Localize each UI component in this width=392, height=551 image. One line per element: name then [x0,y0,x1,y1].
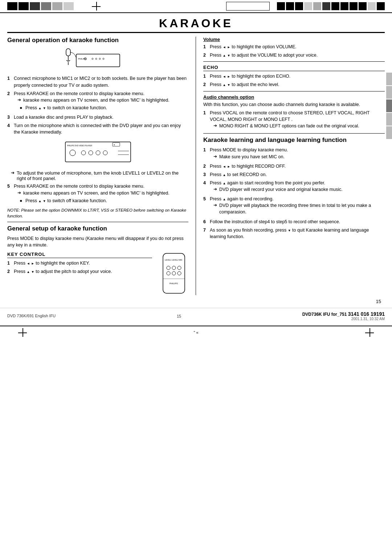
svg-point-28 [177,272,181,275]
header-box [226,2,270,11]
footer-right-text: DVD736K IFU for_751 3141 016 19191 [302,311,385,317]
step2-bullet: ● Press ▲ ▼ to switch on karaoke functio… [20,105,188,111]
tab-1 [386,73,392,85]
svg-rect-0 [76,54,120,67]
color-block-r2 [286,2,294,10]
learn-step-6: 6 Follow the instruction of step4 to ste… [203,219,385,225]
echo-step-1: 1 Press ◄ ► to highlight the option ECHO… [203,73,385,79]
learn-step-4: 4 Press ▲ again to start recording from … [203,180,385,194]
page-number-area: 15 [0,299,392,304]
microphone-device-illustration: PHILIPS [65,47,131,72]
learn-arrow-5: ➔ DVD player will playback the recording… [213,202,385,215]
step-2: 2 Press KARAOKE on the remote control to… [7,90,188,112]
color-block-r3 [295,2,303,10]
footer-right-sub: 2001.1.31, 10:32 AM [302,317,385,321]
volume-arrow: ➔ To adjust the volume of microphone, tu… [11,170,188,181]
color-block-r11 [368,2,376,10]
step-1: 1 Connect microphone to MIC1 or MIC2 or … [7,75,188,88]
color-block-2 [19,2,29,10]
section2-title: General setup of karaoke function [7,225,188,232]
color-block-r4 [304,2,312,10]
key-control-wrapper: KEY CONTROL 1 Press ◄ ► to highlight the… [7,252,188,295]
footer-center-area: 15 [177,313,181,319]
key-step-1: 1 Press ◄ ► to highlight the option KEY. [7,260,152,266]
audio-step-1: 1 Press VOCAL on the remote control to c… [203,110,385,130]
tab-4 [386,113,392,126]
svg-point-23 [167,266,170,270]
right-column: Volume 1 Press ◄ ► to highlight the opti… [196,37,385,295]
svg-point-18 [103,151,107,155]
svg-point-14 [70,150,75,156]
tab-5 [386,126,392,139]
separator-3 [203,91,385,91]
page-title-bar: KARAOKE [7,13,385,33]
crosshair-bottom-right [365,328,374,337]
svg-text:PHILIPS: PHILIPS [170,282,178,285]
page-number: 15 [376,299,381,304]
footer-left-text: DVD 736K/691 English IFU [7,314,56,318]
step5-arrow: ➔ karaoke menu appears on TV screen, and… [17,190,188,196]
learn-arrow-1: ➔ Make sure you have set MIC on. [213,154,385,160]
key-control-steps: 1 Press ◄ ► to highlight the option KEY.… [7,260,152,275]
karaoke-learning-section: Karaoke learning and language learning f… [203,136,385,240]
key-step-2: 2 Press ▲ ▼ to adjust the pitch to adopt… [7,268,152,275]
svg-point-24 [172,266,176,270]
left-column: General operation of karaoke function PH… [7,37,196,295]
svg-text:LEVEL1 LEVEL2 MIC: LEVEL1 LEVEL2 MIC [165,259,183,261]
learning-steps: 1 Press MODE to display karaoke menu. ➔ … [203,147,385,240]
footer: DVD 736K/691 English IFU 15 DVD736K IFU … [0,308,392,324]
key-control-label: KEY CONTROL [7,252,152,258]
svg-text:⏏: ⏏ [114,144,115,146]
color-block-r8 [340,2,348,10]
svg-point-15 [81,151,86,155]
step2-arrow: ➔ karaoke menu appears on TV screen, and… [17,97,188,103]
learn-step-3: 3 Press ▲ to set RECORD on. [203,171,385,178]
main-content: General operation of karaoke function PH… [7,33,385,295]
echo-steps: 1 Press ◄ ► to highlight the option ECHO… [203,73,385,88]
svg-point-25 [177,266,181,270]
step5-text: Press KARAOKE on the remote control to d… [14,184,144,189]
key-control-content: KEY CONTROL 1 Press ◄ ► to highlight the… [7,252,152,277]
separator-4 [203,133,385,134]
step-3: 3 Load a karaoke disc and press PLAY to … [7,114,188,121]
tab-2 [386,86,392,99]
color-block-r12 [377,2,385,10]
footer-center-num: 15 [177,314,181,318]
step-5: 5 Press KARAOKE on the remote control to… [7,183,188,205]
note-text: NOTE: Please set the option DOWNMIX to L… [7,207,188,219]
crosshair-bottom-left [18,328,27,337]
bottom-bar: " « [0,326,392,339]
svg-point-16 [89,151,93,155]
svg-point-26 [167,272,170,275]
section-general-setup: General setup of karaoke function Press … [7,225,188,295]
separator-1 [7,222,188,222]
audio-arrow: ➔ MONO RIGHT & MONO LEFT options can fad… [213,123,385,129]
svg-point-4 [95,58,97,60]
footer-quote: " « [38,330,354,335]
svg-rect-7 [66,49,70,56]
crosshair-top-left [92,2,101,11]
section1-steps: 1 Connect microphone to MIC1 or MIC2 or … [7,75,188,135]
color-block-1 [7,2,17,10]
tab-3 [386,99,392,112]
svg-text:PHILIPS DVD VIDEO PLAYER: PHILIPS DVD VIDEO PLAYER [67,144,92,147]
color-block-r1 [277,2,285,10]
header-bar [0,0,392,13]
svg-point-17 [96,151,100,155]
footer-right-area: DVD736K IFU for_751 3141 016 19191 2001.… [302,311,385,321]
remote-control-illustration: LEVEL1 LEVEL2 MIC PHILIPS [159,252,188,295]
color-block-5 [52,2,62,10]
audio-channels-title: Audio channels option [203,94,385,100]
svg-point-6 [103,58,104,60]
learn-arrow-4: ➔ DVD player will record your voice and … [213,186,385,193]
color-block-4 [41,2,51,10]
color-block-r6 [322,2,330,10]
section-general-operation: General operation of karaoke function PH… [7,37,188,219]
volume-steps: 1 Press ◄ ► to highlight the option VOLU… [203,44,385,58]
color-block-3 [30,2,40,10]
karaoke-learning-title: Karaoke learning and language learning f… [203,136,385,144]
svg-point-27 [172,272,176,275]
echo-title: ECHO [203,65,385,71]
echo-step-2: 2 Press ▲ ▼ to adjust the echo level. [203,81,385,88]
echo-section: ECHO 1 Press ◄ ► to highlight the option… [203,65,385,88]
